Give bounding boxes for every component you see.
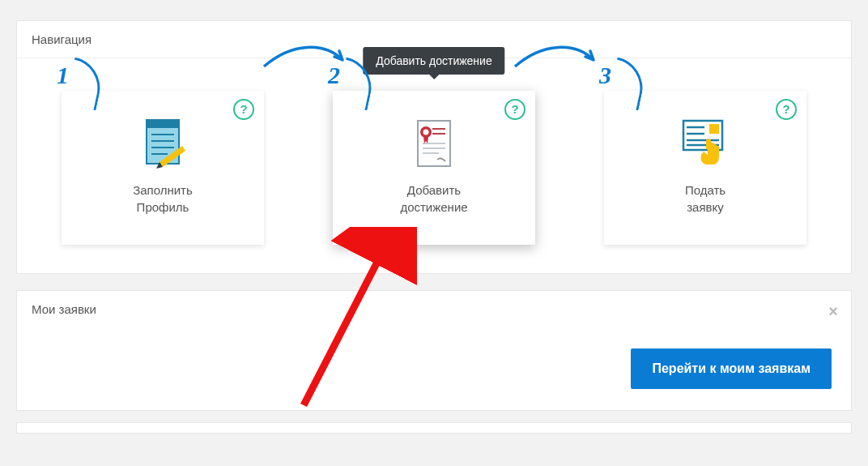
my-applications-panel: × Мои заявки Перейти к моим заявкам (16, 290, 852, 411)
step-number: 2 (328, 63, 340, 88)
svg-rect-23 (706, 139, 711, 150)
panel-strip (16, 422, 852, 434)
help-icon[interactable]: ? (233, 99, 254, 120)
close-icon[interactable]: × (828, 302, 838, 321)
profile-form-icon (62, 113, 264, 177)
step-label: Добавитьдостижение (333, 177, 535, 216)
help-icon[interactable]: ? (776, 99, 797, 120)
tooltip: Добавить достижение (363, 47, 504, 75)
svg-rect-1 (147, 120, 179, 128)
my-applications-title: Мои заявки (17, 291, 851, 327)
svg-point-15 (423, 130, 429, 135)
step-number: 1 (57, 63, 69, 88)
step-label: Податьзаявку (604, 177, 806, 216)
step-card-achievement[interactable]: Добавить достижение 2 ? (333, 91, 535, 245)
help-icon[interactable]: ? (504, 99, 525, 120)
certificate-icon (333, 113, 535, 177)
step-card-profile[interactable]: 1 ? ЗаполнитьПрофиль (62, 91, 264, 245)
step-card-apply[interactable]: 3 ? (604, 91, 806, 245)
step-label: ЗаполнитьПрофиль (62, 177, 264, 216)
go-to-applications-button[interactable]: Перейти к моим заявкам (631, 348, 832, 389)
svg-rect-18 (709, 124, 719, 134)
apply-click-icon (604, 113, 806, 177)
navigation-body: 1 ? ЗаполнитьПрофиль (17, 58, 851, 273)
navigation-panel: Навигация 1 ? (16, 20, 852, 274)
step-number: 3 (599, 63, 611, 88)
